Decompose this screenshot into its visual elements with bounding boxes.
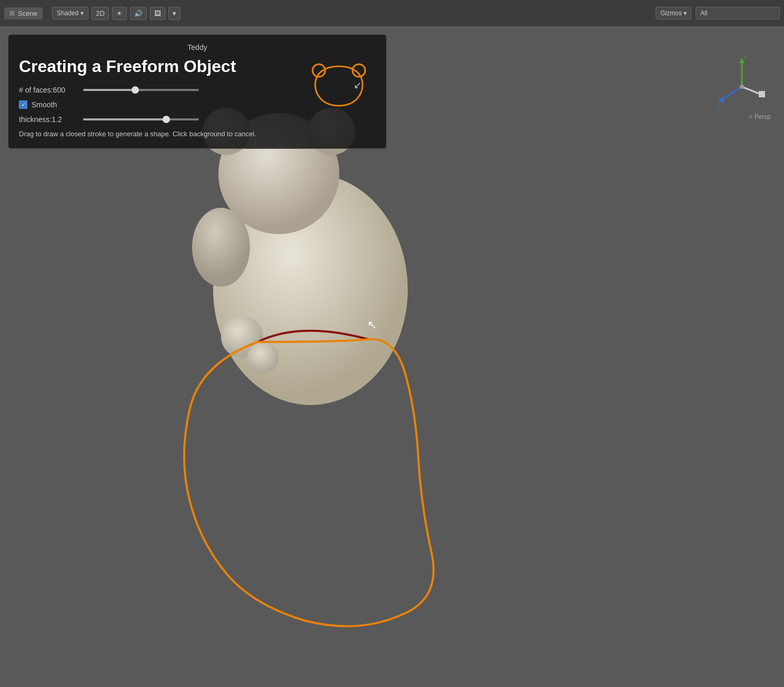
teddy-preview: ↙ bbox=[307, 61, 370, 121]
shading-label: Shaded bbox=[57, 9, 78, 17]
2d-label: 2D bbox=[96, 9, 105, 17]
svg-point-8 bbox=[221, 316, 263, 358]
toolbar-left: Shaded ▾ 2D ☀ 🔊 🖼 ▾ bbox=[52, 7, 180, 20]
image-icon: 🖼 bbox=[154, 9, 161, 17]
2d-button[interactable]: 2D bbox=[92, 7, 109, 20]
svg-point-9 bbox=[247, 342, 279, 373]
top-bar: ⊞ Scene Shaded ▾ 2D ☀ 🔊 🖼 ▾ Gizmos ▾ bbox=[0, 0, 784, 26]
svg-text:↙: ↙ bbox=[354, 80, 361, 90]
faces-slider-thumb[interactable] bbox=[132, 86, 139, 94]
audio-icon: 🔊 bbox=[134, 9, 143, 17]
toolbar-right: Gizmos ▾ bbox=[656, 7, 780, 19]
gizmos-button[interactable]: Gizmos ▾ bbox=[656, 7, 691, 19]
scene-tab[interactable]: ⊞ Scene bbox=[4, 7, 43, 19]
thickness-slider-fill bbox=[83, 118, 166, 120]
layers-icon-button[interactable]: ▾ bbox=[168, 7, 180, 20]
svg-text:Y: Y bbox=[743, 55, 748, 60]
svg-marker-14 bbox=[718, 96, 724, 103]
search-input[interactable] bbox=[696, 7, 780, 19]
smooth-label: Smooth bbox=[32, 100, 57, 109]
gizmo-axes: Y Z bbox=[716, 55, 768, 118]
gizmos-chevron-icon: ▾ bbox=[684, 9, 687, 17]
smooth-checkbox[interactable]: ✓ bbox=[19, 100, 27, 109]
svg-text:Z: Z bbox=[717, 103, 720, 109]
svg-point-7 bbox=[192, 208, 250, 287]
panel-title: Teddy bbox=[19, 43, 376, 52]
shading-dropdown[interactable]: Shaded ▾ bbox=[52, 7, 88, 19]
sun-icon-button[interactable]: ☀ bbox=[112, 7, 127, 20]
faces-slider-fill bbox=[83, 89, 135, 91]
viewport[interactable]: Teddy Creating a Freeform Object # of fa… bbox=[0, 26, 784, 687]
layers-icon: ▾ bbox=[173, 9, 176, 17]
scene-tab-icon: ⊞ bbox=[9, 9, 15, 17]
sun-icon: ☀ bbox=[116, 9, 123, 17]
thickness-label: thickness:1.2 bbox=[19, 115, 77, 124]
svg-line-13 bbox=[721, 87, 742, 100]
svg-point-3 bbox=[213, 174, 408, 405]
svg-rect-17 bbox=[759, 91, 765, 97]
shading-chevron-icon: ▾ bbox=[81, 9, 84, 17]
faces-label: # of faces:600 bbox=[19, 86, 77, 94]
faces-slider-track[interactable] bbox=[83, 89, 199, 91]
image-icon-button[interactable]: 🖼 bbox=[150, 7, 165, 20]
thickness-slider-thumb[interactable] bbox=[163, 116, 170, 123]
teddy-panel: Teddy Creating a Freeform Object # of fa… bbox=[8, 34, 387, 149]
audio-icon-button[interactable]: 🔊 bbox=[130, 7, 147, 20]
thickness-slider-track[interactable] bbox=[83, 118, 199, 120]
svg-point-18 bbox=[740, 85, 744, 89]
checkmark-icon: ✓ bbox=[21, 102, 26, 108]
cursor-indicator: ↖ bbox=[367, 318, 377, 332]
scene-tab-label: Scene bbox=[18, 9, 37, 17]
panel-instructions: Drag to draw a closed stroke to generate… bbox=[19, 130, 376, 138]
gizmos-label: Gizmos bbox=[660, 9, 682, 17]
